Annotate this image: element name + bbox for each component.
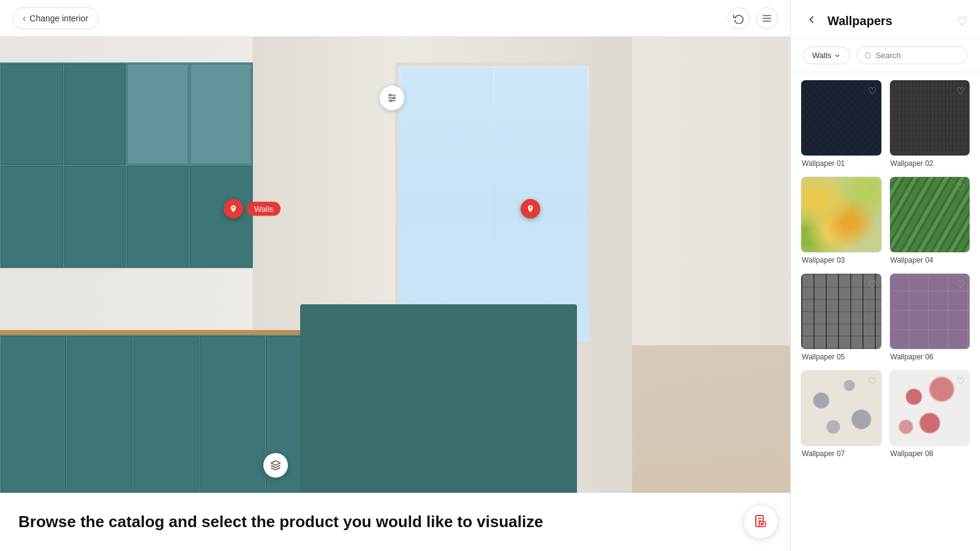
- sliders-icon: [386, 92, 398, 103]
- wallpaper-thumbnail-4: ♡: [889, 176, 971, 253]
- rotate-icon: [733, 13, 744, 24]
- search-input[interactable]: [876, 51, 960, 60]
- wallpaper-name-6: Wallpaper 06: [889, 350, 971, 362]
- wallpaper-grid: ♡Wallpaper 01♡Wallpaper 02♡Wallpaper 03♡…: [791, 72, 980, 551]
- wallpaper-heart-7[interactable]: ♡: [868, 375, 876, 387]
- wallpaper-item[interactable]: ♡Wallpaper 08: [889, 370, 971, 459]
- wallpaper-heart-5[interactable]: ♡: [868, 279, 876, 290]
- cab-door: [67, 336, 132, 498]
- right-panel: Wallpapers ♡ Walls ♡Wallpaper 01♡Wallpap…: [790, 0, 980, 551]
- layers-icon: [270, 460, 281, 471]
- panel-header: Wallpapers ♡: [791, 0, 980, 39]
- cab-door-glass: [190, 64, 252, 165]
- svg-point-7: [393, 97, 395, 99]
- top-bar-right: [728, 7, 778, 29]
- wallpaper-heart-1[interactable]: ♡: [868, 85, 876, 97]
- change-interior-label: Change interior: [29, 13, 88, 23]
- svg-line-18: [870, 57, 871, 58]
- cab-door: [1, 166, 63, 267]
- menu-icon: [761, 13, 772, 24]
- wallpaper-item[interactable]: ♡Wallpaper 03: [801, 176, 882, 266]
- upper-cabinets: [0, 62, 253, 268]
- wallpaper-name-2: Wallpaper 02: [889, 156, 971, 169]
- cab-door-glass: [127, 64, 189, 165]
- window: [395, 62, 593, 345]
- wallpaper-heart-8[interactable]: ♡: [956, 375, 965, 387]
- wallpaper-name-3: Wallpaper 03: [801, 253, 882, 266]
- dining-table: [300, 304, 577, 500]
- panel-title: Wallpapers: [827, 14, 949, 28]
- cab-door: [64, 166, 126, 267]
- change-interior-button[interactable]: ‹ Change interior: [12, 7, 99, 29]
- wallpaper-item[interactable]: ♡Wallpaper 07: [801, 370, 882, 459]
- cab-door: [64, 64, 126, 165]
- interior-image: Walls: [0, 37, 790, 551]
- walls-marker[interactable]: Walls: [224, 199, 243, 219]
- svg-point-17: [865, 53, 870, 58]
- back-chevron-icon: ‹: [23, 13, 26, 24]
- pin-icon-2: [526, 204, 535, 213]
- search-box: [856, 47, 968, 64]
- filter-label: Walls: [812, 51, 831, 60]
- left-panel: ‹ Change interior: [0, 0, 790, 551]
- wallpaper-name-4: Wallpaper 04: [889, 253, 971, 266]
- bottom-instruction-text: Browse the catalog and select the produc…: [18, 512, 543, 531]
- svg-point-6: [390, 94, 391, 96]
- wallpaper-name-7: Wallpaper 07: [801, 446, 882, 459]
- wallpaper-thumbnail-7: ♡: [801, 370, 882, 446]
- svg-marker-9: [271, 461, 281, 466]
- cab-door: [1, 336, 66, 498]
- filter-row: Walls: [791, 39, 980, 72]
- rotate-button[interactable]: [728, 7, 750, 29]
- wallpaper-thumbnail-5: ♡: [801, 273, 882, 350]
- pin-icon: [229, 204, 238, 213]
- wallpaper-item[interactable]: ♡Wallpaper 04: [889, 176, 971, 266]
- bottom-bar: Browse the catalog and select the produc…: [0, 493, 790, 551]
- wallpaper-item[interactable]: ♡Wallpaper 05: [801, 273, 882, 362]
- wallpaper-item[interactable]: ♡Wallpaper 01: [801, 80, 882, 169]
- wallpaper-thumbnail-2: ♡: [889, 80, 971, 156]
- top-bar: ‹ Change interior: [0, 0, 790, 37]
- wallpaper-item[interactable]: ♡Wallpaper 02: [889, 80, 971, 169]
- cab-door: [127, 166, 189, 267]
- wallpaper-thumbnail-8: ♡: [889, 370, 971, 446]
- marker-2[interactable]: [521, 199, 540, 219]
- walls-label: Walls: [247, 202, 281, 216]
- walls-filter-button[interactable]: Walls: [803, 47, 850, 64]
- wallpaper-item[interactable]: ♡Wallpaper 06: [889, 273, 971, 362]
- search-icon: [864, 51, 872, 60]
- wallpaper-name-8: Wallpaper 08: [889, 446, 971, 459]
- floor-icon-button[interactable]: [263, 453, 288, 478]
- header-heart-icon[interactable]: ♡: [957, 14, 968, 29]
- panel-back-button[interactable]: [803, 11, 820, 31]
- dropdown-icon: [834, 52, 841, 59]
- wallpaper-heart-2[interactable]: ♡: [956, 85, 965, 97]
- wallpaper-name-1: Wallpaper 01: [801, 156, 882, 169]
- document-icon: [753, 514, 768, 529]
- cab-door: [1, 64, 63, 165]
- menu-button[interactable]: [756, 7, 778, 29]
- window-panes: [399, 66, 589, 342]
- settings-icon-button[interactable]: [380, 86, 404, 110]
- wallpaper-name-5: Wallpaper 05: [801, 350, 882, 362]
- document-button[interactable]: [744, 504, 778, 539]
- wallpaper-thumbnail-6: ♡: [889, 273, 971, 350]
- cab-door: [134, 336, 198, 498]
- wallpaper-heart-3[interactable]: ♡: [868, 182, 876, 193]
- wallpaper-thumbnail-3: ♡: [801, 176, 882, 253]
- wallpaper-heart-6[interactable]: ♡: [956, 279, 965, 290]
- wallpaper-thumbnail-1: ♡: [801, 80, 882, 156]
- svg-point-8: [390, 100, 392, 102]
- back-arrow-icon: [805, 13, 818, 26]
- cab-door: [200, 336, 265, 498]
- wallpaper-heart-4[interactable]: ♡: [956, 182, 965, 193]
